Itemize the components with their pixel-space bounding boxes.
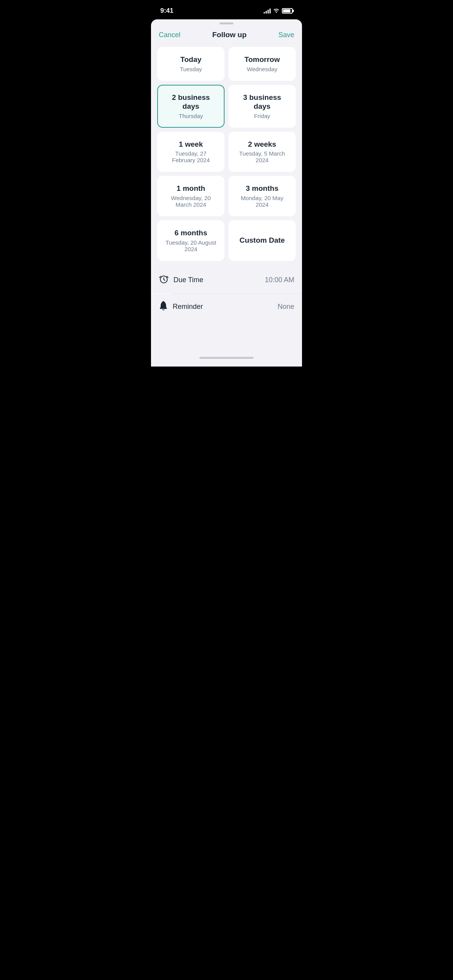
nav-bar: Cancel Follow up Save [151, 26, 302, 45]
option-1-month[interactable]: 1 month Wednesday, 20 March 2024 [157, 176, 225, 216]
option-2bd-main: 2 business days [164, 93, 218, 111]
wifi-icon [273, 8, 280, 14]
option-tomorrow[interactable]: Tomorrow Wednesday [228, 47, 296, 81]
reminder-row[interactable]: Reminder None [151, 294, 302, 320]
option-1m-sub: Wednesday, 20 March 2024 [164, 195, 218, 208]
option-6-months[interactable]: 6 months Tuesday, 20 August 2024 [157, 220, 225, 261]
option-today[interactable]: Today Tuesday [157, 47, 225, 81]
cancel-button[interactable]: Cancel [159, 31, 180, 39]
option-1w-main: 1 week [179, 140, 203, 149]
option-2w-sub: Tuesday, 5 March 2024 [235, 150, 289, 163]
option-today-sub: Tuesday [180, 66, 202, 72]
option-1-week[interactable]: 1 week Tuesday, 27 February 2024 [157, 132, 225, 172]
status-icons [264, 8, 293, 14]
option-tomorrow-sub: Wednesday [247, 66, 278, 72]
option-3bd-main: 3 business days [235, 93, 289, 111]
phone-frame: 9:41 Cancel Follow up [151, 0, 302, 367]
option-1w-sub: Tuesday, 27 February 2024 [164, 150, 218, 163]
option-today-main: Today [180, 55, 202, 64]
page-title: Follow up [212, 31, 247, 39]
bell-icon [159, 301, 168, 313]
option-2bd-sub: Thursday [179, 113, 203, 119]
status-time: 9:41 [160, 7, 173, 15]
option-tomorrow-main: Tomorrow [244, 55, 280, 64]
option-6m-sub: Tuesday, 20 August 2024 [164, 239, 218, 252]
option-2w-main: 2 weeks [248, 140, 276, 149]
reminder-value: None [278, 303, 294, 311]
battery-icon [282, 8, 293, 14]
rows-section: Due Time 10:00 AM Reminder None [151, 267, 302, 320]
option-custom-main: Custom Date [239, 236, 285, 245]
status-bar: 9:41 [151, 0, 302, 19]
option-3m-sub: Monday, 20 May 2024 [235, 195, 289, 208]
options-grid: Today Tuesday Tomorrow Wednesday 2 busin… [151, 45, 302, 267]
sheet-handle [151, 19, 302, 26]
signal-bars-icon [264, 8, 271, 14]
due-time-value: 10:00 AM [265, 276, 294, 284]
home-indicator [151, 354, 302, 367]
due-time-label: Due Time [173, 276, 265, 284]
option-3-months[interactable]: 3 months Monday, 20 May 2024 [228, 176, 296, 216]
save-button[interactable]: Save [278, 31, 294, 39]
due-time-row[interactable]: Due Time 10:00 AM [151, 267, 302, 293]
reminder-label: Reminder [173, 303, 278, 311]
sheet-container: Cancel Follow up Save Today Tuesday Tomo… [151, 19, 302, 367]
option-3bd-sub: Friday [254, 113, 270, 119]
option-3-business-days[interactable]: 3 business days Friday [228, 85, 296, 128]
option-2-business-days[interactable]: 2 business days Thursday [157, 85, 225, 128]
option-custom-date[interactable]: Custom Date [228, 220, 296, 261]
option-2-weeks[interactable]: 2 weeks Tuesday, 5 March 2024 [228, 132, 296, 172]
option-1m-main: 1 month [177, 184, 205, 193]
option-6m-main: 6 months [175, 229, 207, 238]
clock-alarm-icon [159, 274, 169, 286]
option-3m-main: 3 months [246, 184, 278, 193]
